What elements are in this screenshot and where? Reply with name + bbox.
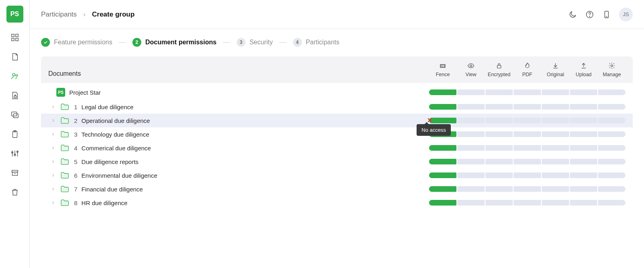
perm-seg-pdf[interactable] <box>514 145 541 151</box>
perm-seg-view[interactable] <box>457 145 485 151</box>
expand-toggle[interactable] <box>50 199 56 206</box>
perm-seg-pdf[interactable] <box>514 159 541 164</box>
perm-seg-encrypted[interactable] <box>485 131 513 137</box>
perm-seg-encrypted[interactable] <box>485 145 513 151</box>
perm-seg-view[interactable] <box>457 118 485 123</box>
expand-toggle[interactable] <box>50 186 56 192</box>
step-document-permissions[interactable]: 2 Document permissions <box>132 38 217 47</box>
perm-seg-pdf[interactable] <box>514 172 541 178</box>
expand-toggle[interactable] <box>50 117 56 124</box>
expand-toggle[interactable] <box>50 131 56 137</box>
perm-seg-fence[interactable] <box>429 159 456 164</box>
step-security[interactable]: 3 Security <box>237 38 273 47</box>
step-participants[interactable]: 4 Participants <box>293 38 340 47</box>
perm-seg-encrypted[interactable] <box>485 172 513 178</box>
settings-sliders-icon[interactable] <box>10 149 19 158</box>
device-icon[interactable] <box>602 10 611 19</box>
row-index: 8 <box>74 199 77 206</box>
perm-seg-original[interactable] <box>542 145 569 151</box>
perm-seg-view[interactable] <box>457 172 485 178</box>
dashboard-icon[interactable] <box>10 33 19 42</box>
help-icon[interactable] <box>585 10 594 19</box>
tree-root-row[interactable]: PS Project Star <box>41 85 633 100</box>
perm-seg-pdf[interactable] <box>514 118 541 123</box>
perm-seg-original[interactable] <box>542 159 569 164</box>
perm-seg-upload[interactable] <box>570 89 597 95</box>
perm-seg-pdf[interactable] <box>514 200 541 206</box>
expand-toggle[interactable] <box>50 145 56 151</box>
perm-seg-view[interactable] <box>457 104 485 110</box>
perm-seg-view[interactable] <box>457 89 485 95</box>
tree-row[interactable]: 8 HR due diligence <box>41 196 633 210</box>
perm-seg-pdf[interactable] <box>514 186 541 192</box>
perm-seg-encrypted[interactable] <box>485 186 513 192</box>
tree-row[interactable]: 7 Financial due diligence <box>41 182 633 196</box>
tree-row[interactable]: 1 Legal due diligence <box>41 100 633 114</box>
perm-seg-encrypted[interactable] <box>485 104 513 110</box>
expand-toggle[interactable] <box>50 172 56 179</box>
perm-seg-view[interactable] <box>457 131 485 137</box>
perm-seg-upload[interactable] <box>570 200 597 206</box>
perm-seg-view[interactable] <box>457 159 485 164</box>
perm-seg-manage[interactable] <box>598 131 625 137</box>
perm-seg-view[interactable] <box>457 200 485 206</box>
tree-row[interactable]: 2 Operational due diligence ✕ No access <box>41 114 633 127</box>
perm-seg-manage[interactable] <box>598 172 625 178</box>
clipboard-icon[interactable] <box>10 130 19 139</box>
perm-seg-original[interactable] <box>542 186 569 192</box>
perm-seg-manage[interactable] <box>598 118 625 123</box>
perm-seg-upload[interactable] <box>570 172 597 178</box>
perm-seg-encrypted[interactable] <box>485 118 513 123</box>
perm-seg-original[interactable] <box>542 118 569 123</box>
perm-seg-manage[interactable] <box>598 159 625 164</box>
step-badge: 4 <box>293 38 302 47</box>
perm-seg-fence[interactable] <box>429 118 456 123</box>
perm-seg-pdf[interactable] <box>514 89 541 95</box>
perm-seg-original[interactable] <box>542 89 569 95</box>
perm-seg-original[interactable] <box>542 172 569 178</box>
perm-seg-pdf[interactable] <box>514 104 541 110</box>
perm-seg-upload[interactable] <box>570 186 597 192</box>
perm-seg-manage[interactable] <box>598 104 625 110</box>
perm-seg-encrypted[interactable] <box>485 159 513 164</box>
tree-row[interactable]: 6 Environmental due diligence <box>41 168 633 182</box>
step-feature-permissions[interactable]: Feature permissions <box>41 38 112 47</box>
perm-seg-manage[interactable] <box>598 89 625 95</box>
qa-icon[interactable] <box>10 110 19 119</box>
breadcrumb-parent[interactable]: Participants <box>41 10 77 19</box>
perm-seg-encrypted[interactable] <box>485 200 513 206</box>
perm-seg-fence[interactable] <box>429 145 456 151</box>
user-avatar[interactable]: JS <box>619 8 633 21</box>
documents-icon[interactable] <box>10 52 19 61</box>
expand-toggle[interactable] <box>50 158 56 165</box>
perm-seg-original[interactable] <box>542 131 569 137</box>
perm-seg-fence[interactable] <box>429 172 456 178</box>
tree-row[interactable]: 3 Technology due diligence <box>41 127 633 141</box>
perm-seg-upload[interactable] <box>570 131 597 137</box>
perm-seg-fence[interactable] <box>429 186 456 192</box>
perm-seg-fence[interactable] <box>429 104 456 110</box>
project-badge[interactable]: PS <box>6 6 23 23</box>
perm-seg-upload[interactable] <box>570 118 597 123</box>
tree-row[interactable]: 4 Commerical due diligence <box>41 141 633 155</box>
dark-mode-icon[interactable] <box>568 10 577 19</box>
perm-seg-upload[interactable] <box>570 145 597 151</box>
secure-docs-icon[interactable] <box>10 91 19 100</box>
perm-seg-pdf[interactable] <box>514 131 541 137</box>
tree-row[interactable]: 5 Due diligence reports <box>41 155 633 168</box>
perm-seg-manage[interactable] <box>598 145 625 151</box>
perm-seg-original[interactable] <box>542 104 569 110</box>
archive-icon[interactable] <box>10 168 19 177</box>
perm-seg-manage[interactable] <box>598 186 625 192</box>
perm-seg-fence[interactable] <box>429 89 456 95</box>
perm-seg-view[interactable] <box>457 186 485 192</box>
perm-seg-upload[interactable] <box>570 104 597 110</box>
perm-seg-manage[interactable] <box>598 200 625 206</box>
perm-seg-fence[interactable] <box>429 200 456 206</box>
perm-seg-encrypted[interactable] <box>485 89 513 95</box>
perm-seg-upload[interactable] <box>570 159 597 164</box>
trash-icon[interactable] <box>10 188 19 197</box>
perm-seg-original[interactable] <box>542 200 569 206</box>
expand-toggle[interactable] <box>50 104 56 110</box>
participants-icon[interactable] <box>10 72 19 81</box>
